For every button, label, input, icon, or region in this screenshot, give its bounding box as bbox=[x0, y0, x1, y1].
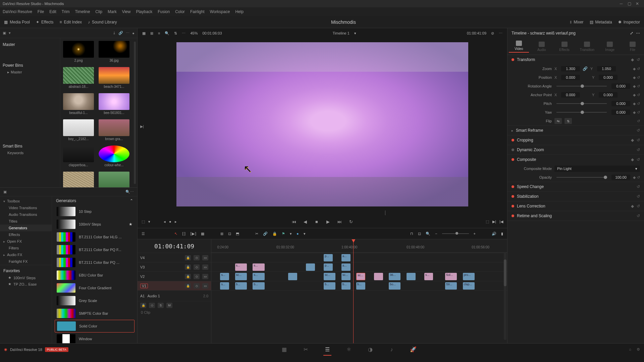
menu-playback[interactable]: Playback bbox=[136, 9, 152, 14]
media-clip[interactable]: desert-471... bbox=[63, 172, 94, 187]
marker-color-icon[interactable]: ● bbox=[297, 232, 299, 236]
clip[interactable]: b... bbox=[235, 282, 247, 290]
disable-icon[interactable]: ▭ bbox=[202, 255, 208, 260]
media-clip[interactable]: abstract-18... bbox=[63, 67, 94, 88]
rotation-input[interactable]: 0.000 bbox=[611, 83, 630, 89]
blade-tool[interactable]: ▦ bbox=[201, 232, 204, 236]
media-clip[interactable]: clapperboa... bbox=[63, 145, 94, 167]
clip[interactable]: s... bbox=[253, 273, 264, 280]
clip[interactable]: s... bbox=[220, 273, 229, 280]
clip[interactable]: a... bbox=[341, 263, 350, 271]
cropping-header[interactable]: Cropping◆↺ bbox=[507, 135, 644, 145]
edit-page-icon[interactable]: ☰ bbox=[323, 346, 331, 353]
detail-zoom-icon[interactable]: 🔍 bbox=[426, 232, 430, 236]
next-marker-icon[interactable]: ▸ bbox=[175, 220, 177, 224]
clip[interactable]: sc... bbox=[341, 273, 350, 280]
clip[interactable]: b... bbox=[356, 282, 365, 290]
track-v2-lane[interactable]: s... sc... s... sc... sc... sc... 36... … bbox=[211, 272, 507, 281]
video-transitions-node[interactable]: Video Transitions bbox=[0, 204, 52, 211]
retime-scaling-header[interactable]: Retime and Scaling↺ bbox=[507, 211, 644, 221]
audio-meter-icon[interactable]: ▮ bbox=[501, 232, 503, 236]
next-frame-button[interactable]: ⏭ bbox=[336, 218, 343, 225]
media-clip[interactable]: beach-3471... bbox=[99, 67, 129, 88]
effects-node[interactable]: Effects bbox=[0, 231, 52, 238]
clip[interactable]: sc... bbox=[324, 273, 335, 280]
generators-node[interactable]: Generators bbox=[0, 225, 52, 231]
home-icon[interactable]: ⌂ bbox=[629, 347, 631, 352]
clip[interactable]: p... bbox=[324, 263, 332, 271]
scrubber[interactable] bbox=[138, 210, 507, 215]
media-clip[interactable]: bee-561801... bbox=[99, 93, 129, 115]
generator-item[interactable]: Solid Color bbox=[55, 320, 135, 333]
position-y-input[interactable]: 0.000 bbox=[599, 75, 618, 80]
toolbox-node[interactable]: ▾Toolbox bbox=[0, 198, 52, 204]
reset-icon[interactable]: ↺ bbox=[637, 67, 640, 71]
track-a1-controls[interactable]: 🔒◇ S M bbox=[138, 301, 211, 309]
audio-transitions-node[interactable]: Audio Transitions bbox=[0, 211, 52, 218]
inspector-tab-file[interactable]: File bbox=[623, 42, 643, 52]
timeline-timecode[interactable]: 01:00:41:09 bbox=[138, 239, 211, 253]
clip[interactable]: sc... bbox=[235, 273, 247, 280]
project-settings-icon[interactable]: ⚙ bbox=[637, 347, 640, 352]
smart-bin-keywords[interactable]: Keywords bbox=[3, 150, 57, 156]
anchor-y-input[interactable]: 0.000 bbox=[599, 92, 618, 98]
media-clip[interactable]: brown gra... bbox=[99, 119, 129, 141]
media-clip[interactable]: 2.png bbox=[63, 41, 94, 62]
flag-dropdown-icon[interactable]: ▾ bbox=[290, 232, 292, 236]
lens-correction-header[interactable]: Lens Correction◆↺ bbox=[507, 201, 644, 211]
generator-item[interactable]: 100mV Steps★ bbox=[55, 218, 135, 231]
track-v4-header[interactable]: V4 🔒 ◇ ▭ bbox=[138, 253, 211, 262]
clip[interactable]: pro... bbox=[463, 273, 475, 280]
menu-view[interactable]: View bbox=[122, 9, 131, 14]
timeline-view-icon[interactable]: ☰ bbox=[142, 232, 145, 236]
timeline-dropdown-icon[interactable]: ▾ bbox=[354, 31, 356, 36]
color-page-icon[interactable]: ◑ bbox=[366, 346, 374, 353]
stop-button[interactable]: ■ bbox=[313, 218, 320, 225]
maximize-button[interactable]: ▢ bbox=[625, 1, 633, 7]
generator-item[interactable]: BT.2111 Color Bar PQ ... bbox=[55, 256, 135, 269]
favorite-item[interactable]: ★TP ZO... Ease bbox=[3, 281, 48, 287]
record-icon[interactable]: ● bbox=[132, 31, 135, 35]
track-v1-header[interactable]: V1 🔒◇▭ bbox=[138, 281, 211, 290]
replace-icon[interactable]: ⬒ bbox=[236, 232, 239, 236]
yaw-input[interactable]: 0.000 bbox=[611, 110, 630, 115]
solo-button[interactable]: S bbox=[158, 303, 164, 308]
clip[interactable]: s... bbox=[253, 263, 264, 271]
fusion-page-icon[interactable]: ⚛ bbox=[345, 346, 353, 353]
menu-davinci[interactable]: DaVinci Resolve bbox=[3, 9, 32, 14]
track-a1-lane[interactable] bbox=[211, 290, 507, 309]
keyframe-icon[interactable]: ◆ bbox=[631, 57, 634, 62]
cut-page-icon[interactable]: ✂ bbox=[302, 346, 310, 353]
generator-item[interactable]: Window bbox=[55, 333, 135, 343]
media-clip[interactable]: boy_-_2182... bbox=[63, 119, 94, 141]
volume-icon[interactable]: 🔊 bbox=[492, 232, 496, 236]
grid-icon[interactable]: ⊞ bbox=[150, 31, 153, 36]
track-v3-header[interactable]: V3 🔒◇▭ bbox=[138, 262, 211, 272]
clip[interactable]: 36... bbox=[389, 273, 400, 280]
stabilization-header[interactable]: Stabilization↺ bbox=[507, 192, 644, 201]
track-v2-header[interactable]: V2 🔒◇▭ bbox=[138, 272, 211, 281]
generator-item[interactable]: BT.2111 Color Bar HLG ... bbox=[55, 231, 135, 243]
next-edit-icon[interactable]: ▶| bbox=[492, 220, 496, 224]
inspector-tab-audio[interactable]: Audio bbox=[532, 42, 552, 52]
clip[interactable]: s... bbox=[220, 282, 229, 290]
lock-icon[interactable]: 🔒 bbox=[185, 255, 191, 260]
titles-node[interactable]: Titles bbox=[0, 218, 52, 225]
collapse-icon[interactable]: ⌃ bbox=[130, 198, 133, 203]
clip[interactable] bbox=[374, 273, 383, 280]
media-clip[interactable]: 36.jpg bbox=[99, 41, 129, 62]
inspector-tab-transition[interactable]: Transition bbox=[577, 42, 597, 52]
clip[interactable]: s... bbox=[235, 263, 247, 271]
menu-color[interactable]: Color bbox=[175, 9, 185, 14]
marker-dropdown-icon[interactable]: ▾ bbox=[304, 232, 306, 236]
generator-item[interactable]: EBU Color Bar bbox=[55, 269, 135, 282]
edit-index-toggle[interactable]: ≡ Edit Index bbox=[60, 20, 82, 24]
clip[interactable] bbox=[288, 273, 297, 280]
power-bin-master[interactable]: ▸Master bbox=[3, 69, 57, 75]
clip[interactable]: b... bbox=[253, 282, 264, 290]
pitch-input[interactable]: 0.000 bbox=[611, 101, 630, 106]
zoom-y-input[interactable]: 1.050 bbox=[597, 66, 616, 71]
menu-fusion[interactable]: Fusion bbox=[158, 9, 170, 14]
clip[interactable] bbox=[407, 273, 415, 280]
generator-item[interactable]: SMPTE Color Bar bbox=[55, 307, 135, 320]
